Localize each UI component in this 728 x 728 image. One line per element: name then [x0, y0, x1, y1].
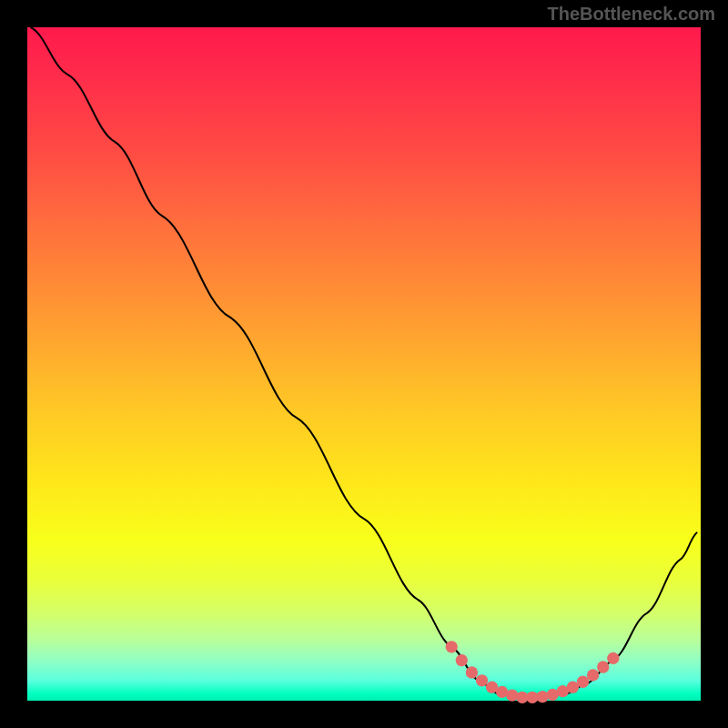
highlight-dots-group: [446, 641, 620, 703]
highlight-dot: [577, 676, 589, 688]
highlight-dot: [607, 652, 619, 664]
watermark-text: TheBottleneck.com: [548, 4, 715, 25]
highlight-dot: [536, 691, 548, 703]
highlight-dot: [587, 669, 599, 681]
highlight-dot: [456, 654, 468, 666]
highlight-dot: [446, 641, 458, 652]
highlight-dot: [597, 661, 609, 672]
chart-svg: [27, 27, 701, 701]
chart-plot-area: [27, 27, 701, 701]
highlight-dot: [476, 674, 488, 686]
highlight-dot: [466, 666, 478, 678]
highlight-dot: [506, 689, 518, 701]
bottleneck-curve: [31, 27, 698, 697]
